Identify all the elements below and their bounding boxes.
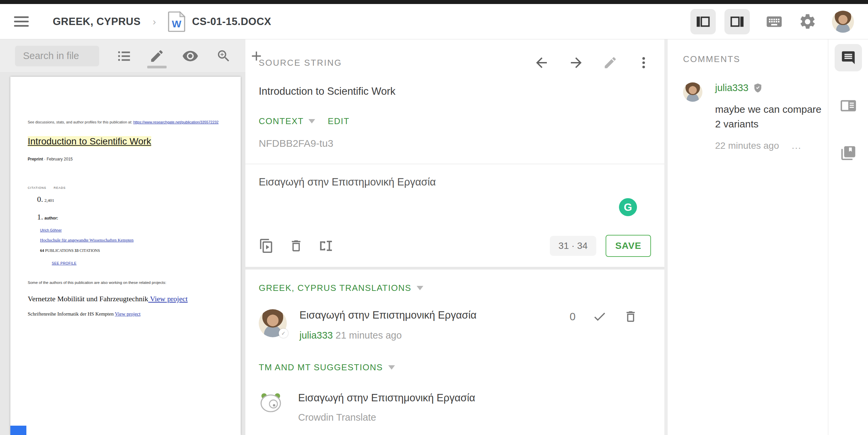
- breadcrumb-project[interactable]: GREEK, CYPRUS: [53, 16, 141, 28]
- right-icon-rail: [828, 39, 868, 435]
- doc-note-text: See discussions, stats, and author profi…: [28, 120, 133, 124]
- doc-title-highlighted-string[interactable]: Introduction to Scientific Work: [28, 136, 151, 147]
- translation-memory-tab-button[interactable]: [840, 145, 857, 162]
- hamburger-menu-icon[interactable]: [14, 14, 33, 29]
- translation-section: Εισαγωγή στην Επιστημονική Εργασία G: [245, 164, 664, 235]
- more-options-button[interactable]: [636, 55, 651, 70]
- select-text-button[interactable]: [318, 238, 334, 254]
- copy-source-button[interactable]: [259, 238, 274, 254]
- doc-author-link[interactable]: Ulrich Göhner: [40, 228, 62, 232]
- translation-input[interactable]: Εισαγωγή στην Επιστημονική Εργασία: [259, 176, 651, 188]
- user-avatar[interactable]: [832, 11, 854, 33]
- keyboard-icon: [765, 13, 783, 31]
- suggestion-text: Εισαγωγή στην Επιστημονική Εργασία: [298, 392, 475, 404]
- doc-stats-labels: CITATIONSREADS: [28, 186, 227, 190]
- doc-affiliation-row: Hochschule für angewandte Wissenschaften…: [40, 237, 227, 243]
- save-button[interactable]: SAVE: [606, 235, 651, 257]
- word-file-icon: W: [168, 11, 185, 32]
- plus-icon: [249, 48, 264, 64]
- source-text: Introduction to Scientific Work: [259, 86, 651, 97]
- doc-item-number: 1.: [37, 212, 43, 221]
- doc-citations-value: 0.: [37, 195, 43, 203]
- file-preview-toolbar: [0, 39, 245, 73]
- context-edit-link[interactable]: EDIT: [328, 116, 349, 127]
- breadcrumb-chevron-icon: ›: [153, 16, 156, 27]
- suggestions-collapse-icon[interactable]: [388, 365, 395, 370]
- delete-translation-button[interactable]: [624, 309, 638, 324]
- comment-author-link[interactable]: julia333: [715, 82, 748, 93]
- terms-tab-button[interactable]: [840, 97, 857, 114]
- file-preview-panel: See discussions, stats, and author profi…: [0, 39, 245, 435]
- glossary-icon: [840, 97, 857, 114]
- doc-reads-value: 2,401: [44, 198, 54, 203]
- translations-and-suggestions: GREEK, CYPRUS TRANSLATIONS ✓ Εισαγωγή στ…: [245, 270, 664, 435]
- doc-affiliation-link[interactable]: Hochschule für angewandte Wissenschaften…: [40, 237, 133, 242]
- approve-translation-button[interactable]: [592, 309, 607, 324]
- context-toggle[interactable]: CONTEXT: [259, 116, 304, 127]
- window-top-strip: [0, 0, 868, 4]
- translations-header[interactable]: GREEK, CYPRUS TRANSLATIONS: [259, 283, 411, 293]
- doc-subtitle-rest: · February 2015: [43, 157, 73, 162]
- doc-publications-row: 64 PUBLICATIONS 33 CITATIONS: [40, 248, 227, 253]
- doc-subtitle: Preprint · February 2015: [28, 157, 227, 162]
- comment-body: maybe we can compare 2 variants: [715, 102, 825, 131]
- suggestion-row[interactable]: Εισαγωγή στην Επιστημονική Εργασία Crowd…: [259, 392, 651, 423]
- list-icon: [117, 48, 132, 64]
- doc-subtitle-label: Preprint: [28, 157, 43, 162]
- translation-author-link[interactable]: julia333: [300, 330, 333, 341]
- comment-more-button[interactable]: ...: [792, 140, 801, 151]
- top-bar-right: [690, 9, 854, 34]
- doc-author-name-row: Ulrich Göhner: [40, 228, 227, 232]
- doc-project1-row: Vernetzte Mobilität und Fahrzeugtechnik …: [28, 295, 227, 303]
- preview-mode-button[interactable]: [182, 48, 199, 64]
- clear-translation-button[interactable]: [289, 238, 304, 253]
- breadcrumb-file[interactable]: W CS-01-15.DOCX: [168, 11, 271, 32]
- next-string-button[interactable]: [568, 55, 584, 71]
- grammarly-button[interactable]: G: [619, 198, 637, 216]
- doc-project1-link[interactable]: View project: [148, 295, 188, 303]
- doc-note: See discussions, stats, and author profi…: [28, 120, 227, 124]
- context-chevron-down-icon[interactable]: [308, 119, 315, 124]
- side-by-side-left-layout-button[interactable]: [690, 9, 716, 34]
- doc-project2-title: Schriftenreihe Informatik der HS Kempten: [28, 311, 115, 316]
- doc-project2-link[interactable]: View project: [115, 311, 141, 316]
- translations-collapse-icon[interactable]: [416, 286, 423, 290]
- translation-time: 21 minutes ago: [333, 330, 402, 341]
- source-string-header: SOURCE STRING: [259, 58, 342, 68]
- doc-note-link[interactable]: https://www.researchgate.net/publication…: [133, 120, 219, 124]
- section-divider: [245, 267, 664, 270]
- layout-left-icon: [695, 14, 711, 29]
- crowdin-editor-window: GREEK, CYPRUS › W CS-01-15.DOCX: [0, 0, 868, 435]
- suggestion-source: Crowdin Translate: [298, 412, 475, 423]
- doc-author-row: 1. author:: [37, 212, 227, 222]
- editor-panel: SOURCE STRING: [245, 39, 664, 435]
- doc-cit-label: CITATIONS: [79, 248, 100, 253]
- translation-author-avatar: ✓: [259, 309, 287, 337]
- add-string-button[interactable]: [249, 48, 264, 64]
- character-counter: 31 · 34: [550, 236, 596, 256]
- translate-mode-button[interactable]: [149, 48, 164, 64]
- search-input[interactable]: [15, 46, 99, 66]
- comments-panel: COMMENTS julia333 maybe we can compare 2…: [668, 39, 828, 435]
- comment-item: julia333 maybe we can compare 2 variants…: [683, 82, 828, 151]
- zoom-in-button[interactable]: [216, 48, 231, 64]
- context-value: NFDBB2FA9-tu3: [259, 138, 651, 149]
- doc-see-profile-row: SEE PROFILE: [52, 261, 227, 265]
- previous-string-button[interactable]: [533, 55, 550, 71]
- comments-tab-button[interactable]: [835, 44, 862, 71]
- suggestions-header[interactable]: TM AND MT SUGGESTIONS: [259, 362, 383, 373]
- translation-row[interactable]: ✓ Εισαγωγή στην Επιστημονική Εργασία jul…: [259, 309, 651, 341]
- doc-reads-label: READS: [54, 186, 66, 190]
- comment-author-avatar[interactable]: [683, 82, 703, 102]
- doc-related-note: Some of the authors of this publication …: [28, 280, 227, 285]
- keyboard-shortcuts-button[interactable]: [765, 13, 783, 31]
- doc-see-profile-link[interactable]: SEE PROFILE: [52, 261, 76, 265]
- source-string-section: SOURCE STRING: [245, 39, 664, 164]
- document-preview-area: See discussions, stats, and author profi…: [0, 73, 245, 435]
- file-name: CS-01-15.DOCX: [192, 16, 271, 28]
- side-by-side-right-layout-button[interactable]: [724, 9, 750, 34]
- source-string-actions: [533, 55, 651, 71]
- edit-source-button[interactable]: [603, 55, 618, 70]
- settings-button[interactable]: [799, 13, 816, 31]
- strings-list-button[interactable]: [117, 48, 132, 64]
